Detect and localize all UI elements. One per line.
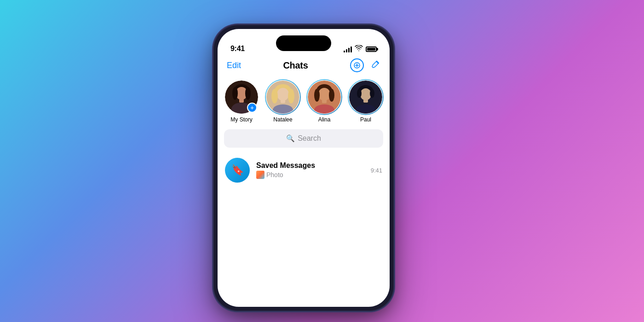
story-item-my-story[interactable]: + My Story [225,80,258,123]
svg-point-7 [232,87,238,100]
svg-point-14 [271,89,278,104]
svg-point-22 [329,89,334,102]
edit-button[interactable]: Edit [227,61,241,70]
alina-avatar [308,80,341,114]
nav-bar: Edit Chats [218,57,390,77]
compose-icon[interactable] [370,59,380,72]
saved-messages-avatar: 🔖 [225,158,250,183]
story-item-natalee[interactable]: Natalee [266,80,299,123]
svg-rect-9 [239,99,244,103]
alina-avatar-wrapper [308,80,341,114]
alina-label: Alina [318,116,331,123]
stories-row: + My Story [218,77,390,129]
my-story-label: My Story [230,116,252,123]
my-story-avatar-wrapper: + [225,80,258,114]
chat-list: 🔖 Saved Messages Photo 9:41 [218,153,390,187]
svg-rect-16 [281,100,285,103]
svg-point-20 [318,88,330,101]
signal-icon [344,46,352,52]
status-icons [344,45,377,53]
phone-wrapper: 9:41 [214,25,393,310]
chat-preview-saved: Photo [256,171,364,179]
paul-label: Paul [360,116,371,123]
dynamic-island [276,35,331,51]
svg-rect-30 [363,99,368,103]
svg-point-28 [357,89,362,98]
status-time: 9:41 [230,45,245,53]
nav-action-icons [350,58,380,72]
natalee-avatar-wrapper [266,80,299,114]
battery-icon [366,46,377,52]
svg-point-21 [314,89,320,102]
bookmark-icon: 🔖 [231,164,244,176]
svg-point-27 [360,88,371,100]
search-bar[interactable]: 🔍 Search [224,129,383,148]
phone-screen: 9:41 [218,29,390,307]
paul-avatar [349,80,382,114]
add-story-button[interactable]: + [247,103,257,113]
paul-avatar-wrapper [349,80,382,114]
story-item-paul[interactable]: Paul [349,80,382,123]
svg-point-13 [277,88,289,101]
svg-rect-23 [322,100,327,103]
story-item-alina[interactable]: Alina [308,80,341,123]
chat-item-saved-messages[interactable]: 🔖 Saved Messages Photo 9:41 [225,153,382,187]
chat-info-saved: Saved Messages Photo [256,161,364,179]
photo-thumbnail [256,171,264,179]
natalee-label: Natalee [273,116,292,123]
svg-point-8 [245,87,251,100]
page-title: Chats [283,60,308,71]
chat-time-saved: 9:41 [371,167,382,174]
search-label: Search [298,134,321,143]
search-icon: 🔍 [286,134,295,143]
natalee-avatar [266,80,299,114]
svg-point-15 [288,89,294,104]
wifi-icon [355,45,363,53]
chat-name-saved: Saved Messages [256,161,364,170]
add-story-icon[interactable] [350,58,364,72]
svg-point-29 [370,89,374,98]
